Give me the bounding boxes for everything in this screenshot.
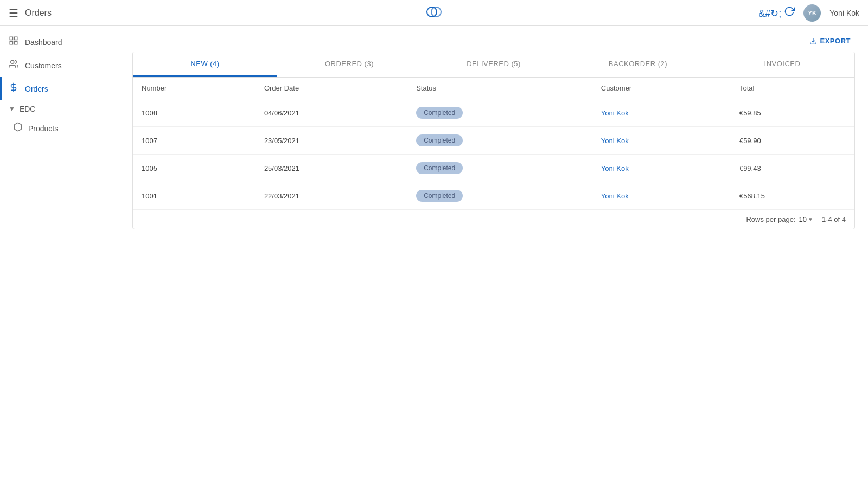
- main-layout: Dashboard Customers Orders ▼ EDC: [0, 26, 868, 488]
- rows-per-page-select[interactable]: 10 ▼: [799, 215, 813, 223]
- pagination-bar: Rows per page: 10 ▼ 1-4 of 4: [133, 209, 854, 229]
- tab-invoiced[interactable]: INVOICED: [710, 52, 854, 77]
- refresh-icon[interactable]: &#↻;: [758, 6, 795, 20]
- status-badge: Completed: [416, 162, 463, 174]
- svg-point-6: [11, 60, 14, 63]
- table-header-row: Number Order Date Status Customer Total: [133, 78, 854, 99]
- cell-number: 1007: [133, 127, 256, 155]
- customers-icon: [9, 59, 18, 72]
- cell-total: €568.15: [731, 182, 854, 210]
- sidebar-item-label: Orders: [25, 85, 48, 93]
- sidebar-item-edc[interactable]: ▼ EDC: [0, 100, 119, 118]
- tab-new[interactable]: NEW (4): [133, 52, 277, 77]
- col-header-order-date: Order Date: [256, 78, 407, 99]
- dashboard-icon: [9, 36, 18, 48]
- sidebar-item-dashboard[interactable]: Dashboard: [0, 30, 119, 54]
- tab-delivered[interactable]: DELIVERED (5): [422, 52, 566, 77]
- sidebar-item-label: Dashboard: [25, 38, 62, 47]
- export-icon: [809, 37, 817, 45]
- rows-per-page-label: Rows per page:: [746, 215, 795, 223]
- sidebar-item-label: Customers: [25, 61, 62, 70]
- sidebar-item-label: EDC: [20, 105, 36, 113]
- svg-rect-3: [15, 37, 17, 40]
- cell-total: €99.43: [731, 155, 854, 182]
- status-badge: Completed: [416, 190, 463, 202]
- sidebar-item-orders[interactable]: Orders: [0, 77, 119, 100]
- cell-status: Completed: [407, 155, 592, 182]
- export-bar: EXPORT: [132, 35, 855, 47]
- status-badge: Completed: [416, 107, 463, 119]
- app-logo: [424, 2, 444, 23]
- customer-link[interactable]: Yoni Kok: [601, 164, 629, 172]
- cell-customer[interactable]: Yoni Kok: [592, 155, 731, 182]
- col-header-customer: Customer: [592, 78, 731, 99]
- svg-rect-2: [10, 37, 12, 40]
- rows-select-chevron: ▼: [808, 216, 813, 222]
- svg-rect-5: [15, 42, 17, 44]
- orders-table-card: NEW (4) ORDERED (3) DELIVERED (5) BACKOR…: [132, 52, 855, 229]
- cell-status: Completed: [407, 127, 592, 155]
- sidebar-item-customers[interactable]: Customers: [0, 54, 119, 77]
- rows-per-page: Rows per page: 10 ▼: [746, 215, 813, 223]
- tabs-bar: NEW (4) ORDERED (3) DELIVERED (5) BACKOR…: [133, 52, 854, 78]
- page-info: 1-4 of 4: [822, 215, 846, 223]
- customer-link[interactable]: Yoni Kok: [601, 192, 629, 200]
- col-header-number: Number: [133, 78, 256, 99]
- customer-link[interactable]: Yoni Kok: [601, 109, 629, 117]
- cell-order-date: 25/03/2021: [256, 155, 407, 182]
- sidebar-item-label: Products: [28, 124, 58, 133]
- cell-order-date: 23/05/2021: [256, 127, 407, 155]
- cell-customer[interactable]: Yoni Kok: [592, 99, 731, 127]
- page-title: Orders: [25, 8, 52, 18]
- cell-number: 1005: [133, 155, 256, 182]
- table-row[interactable]: 1005 25/03/2021 Completed Yoni Kok €99.4…: [133, 155, 854, 182]
- col-header-status: Status: [407, 78, 592, 99]
- cell-total: €59.90: [731, 127, 854, 155]
- avatar: YK: [803, 4, 821, 22]
- cell-customer[interactable]: Yoni Kok: [592, 182, 731, 210]
- cell-total: €59.85: [731, 99, 854, 127]
- tab-ordered[interactable]: ORDERED (3): [277, 52, 422, 77]
- svg-rect-4: [10, 42, 12, 44]
- chevron-down-icon: ▼: [9, 105, 15, 113]
- orders-icon: [9, 82, 18, 95]
- rows-per-page-value: 10: [799, 215, 807, 223]
- col-header-total: Total: [731, 78, 854, 99]
- cell-status: Completed: [407, 182, 592, 210]
- table-row[interactable]: 1008 04/06/2021 Completed Yoni Kok €59.8…: [133, 99, 854, 127]
- sidebar-item-products[interactable]: Products: [0, 118, 119, 139]
- customer-link[interactable]: Yoni Kok: [601, 137, 629, 145]
- status-badge: Completed: [416, 134, 463, 146]
- user-name: Yoni Kok: [829, 9, 859, 17]
- cell-order-date: 04/06/2021: [256, 99, 407, 127]
- main-content: EXPORT NEW (4) ORDERED (3) DELIVERED (5)…: [119, 26, 868, 488]
- cell-status: Completed: [407, 99, 592, 127]
- topbar: ☰ Orders &#↻; YK Yoni Kok: [0, 0, 868, 26]
- export-button[interactable]: EXPORT: [805, 35, 855, 47]
- sidebar: Dashboard Customers Orders ▼ EDC: [0, 26, 119, 488]
- cell-customer[interactable]: Yoni Kok: [592, 127, 731, 155]
- table-row[interactable]: 1007 23/05/2021 Completed Yoni Kok €59.9…: [133, 127, 854, 155]
- orders-table: Number Order Date Status Customer Total …: [133, 78, 854, 209]
- menu-icon[interactable]: ☰: [9, 7, 18, 20]
- table-row[interactable]: 1001 22/03/2021 Completed Yoni Kok €568.…: [133, 182, 854, 210]
- tab-backorder[interactable]: BACKORDER (2): [566, 52, 710, 77]
- cell-number: 1008: [133, 99, 256, 127]
- cell-number: 1001: [133, 182, 256, 210]
- products-icon: [13, 122, 23, 134]
- cell-order-date: 22/03/2021: [256, 182, 407, 210]
- topbar-right: &#↻; YK Yoni Kok: [758, 4, 859, 22]
